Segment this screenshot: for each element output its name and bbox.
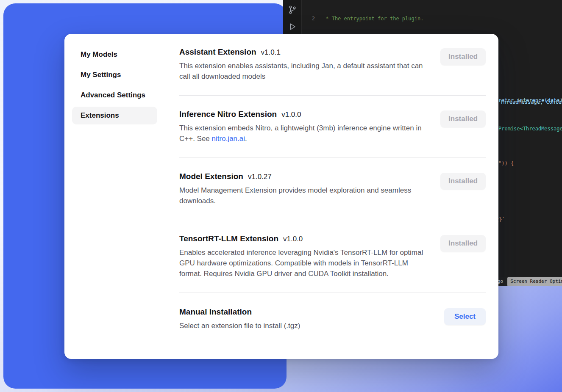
extension-version: v1.0.0 xyxy=(283,235,303,243)
installed-button[interactable]: Installed xyxy=(440,48,486,65)
extension-info: Inference Nitro Extension v1.0.0 This ex… xyxy=(179,110,427,144)
extension-title: Inference Nitro Extension xyxy=(179,110,277,119)
extension-row-assistant: Assistant Extension v1.0.1 This extensio… xyxy=(179,34,486,96)
extension-title-line: Assistant Extension v1.0.1 xyxy=(179,47,427,57)
sidebar-item-my-models[interactable]: My Models xyxy=(72,46,157,63)
settings-modal: My Models My Settings Advanced Settings … xyxy=(64,34,498,359)
extension-info: Manual Installation Select an extension … xyxy=(179,307,300,331)
settings-sidebar: My Models My Settings Advanced Settings … xyxy=(64,34,165,359)
sidebar-item-extensions[interactable]: Extensions xyxy=(72,107,157,124)
code-line: 2 * The entrypoint for the plugin. xyxy=(302,15,562,22)
extension-row-tensorrt: TensortRT-LLM Extension v1.0.0 Enables a… xyxy=(179,220,486,293)
extension-description: This extension enables assistants, inclu… xyxy=(179,61,427,82)
sidebar-item-my-settings[interactable]: My Settings xyxy=(72,66,157,84)
extension-info: TensortRT-LLM Extension v1.0.0 Enables a… xyxy=(179,234,427,279)
code-fragment: Promise<ThreadMessage> xyxy=(498,125,562,132)
select-file-button[interactable]: Select xyxy=(444,308,486,325)
extension-info: Assistant Extension v1.0.1 This extensio… xyxy=(179,47,427,82)
screen-reader-badge[interactable]: Screen Reader Optimized xyxy=(507,277,562,286)
extension-version: v1.0.1 xyxy=(261,48,281,57)
sidebar-item-advanced-settings[interactable]: Advanced Settings xyxy=(72,86,157,104)
manual-installation-description: Select an extension file to install (.tg… xyxy=(179,320,300,331)
page-background: 2 * The entrypoint for the plugin. 3 */ … xyxy=(0,0,562,392)
manual-installation-row: Manual Installation Select an extension … xyxy=(179,293,486,345)
nitro-jan-ai-link[interactable]: nitro.jan.ai xyxy=(212,135,245,143)
extension-info: Model Extension v1.0.27 Model Management… xyxy=(179,172,427,206)
extension-title: TensortRT-LLM Extension xyxy=(179,234,278,243)
extension-description: Model Management Extension provides mode… xyxy=(179,185,427,206)
extensions-panel: Assistant Extension v1.0.1 This extensio… xyxy=(165,34,498,359)
extension-row-nitro: Inference Nitro Extension v1.0.0 This ex… xyxy=(179,96,486,158)
manual-installation-title: Manual Installation xyxy=(179,307,252,317)
extension-description: Enables accelerated inference leveraging… xyxy=(179,247,427,279)
extension-row-model: Model Extension v1.0.27 Model Management… xyxy=(179,158,486,220)
source-control-icon[interactable] xyxy=(288,5,297,14)
extension-title-line: Inference Nitro Extension v1.0.0 xyxy=(179,110,427,119)
extension-title-line: TensortRT-LLM Extension v1.0.0 xyxy=(179,234,427,243)
installed-button[interactable]: Installed xyxy=(440,173,486,190)
extension-version: v1.0.0 xyxy=(281,110,301,119)
extension-description: This extension embeds Nitro, a lightweig… xyxy=(179,123,427,144)
line-number: 2 xyxy=(302,15,315,22)
extension-title: Model Extension xyxy=(179,172,243,181)
extension-title-line: Manual Installation xyxy=(179,307,300,317)
code-fragment: rator.inference(data)); xyxy=(498,97,562,104)
installed-button[interactable]: Installed xyxy=(440,110,486,127)
run-debug-icon[interactable] xyxy=(288,22,297,31)
code-fragment: ")) { xyxy=(498,160,514,167)
extension-title: Assistant Extension xyxy=(179,47,256,57)
extension-title-line: Model Extension v1.0.27 xyxy=(179,172,427,181)
installed-button[interactable]: Installed xyxy=(440,235,486,252)
extension-version: v1.0.27 xyxy=(248,173,272,181)
